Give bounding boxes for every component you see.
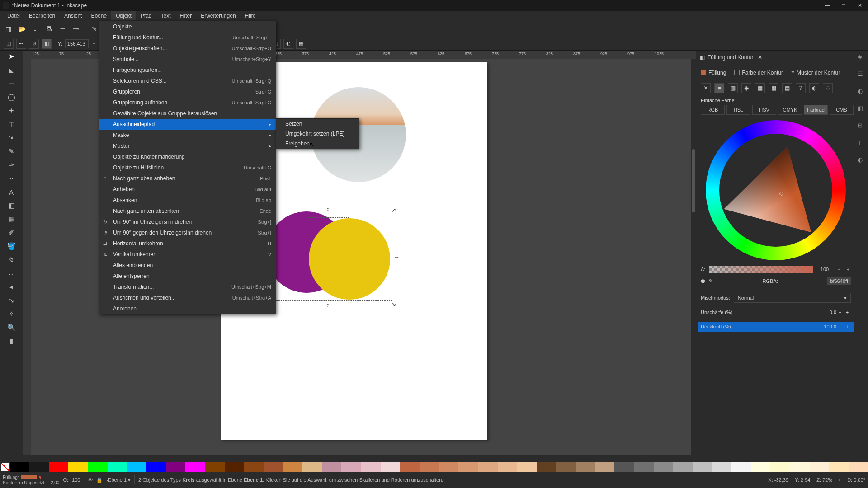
palette-swatch[interactable] xyxy=(381,462,400,472)
paint-status1-button[interactable]: ◐ xyxy=(809,83,819,93)
star-tool-icon[interactable]: ✦ xyxy=(6,106,16,116)
minimize-button[interactable]: ― xyxy=(822,2,833,9)
print-icon[interactable]: 🖶 xyxy=(44,24,53,33)
palette-swatch[interactable] xyxy=(731,462,751,472)
menu-item[interactable]: Ausschneidepfad▸ xyxy=(99,119,276,130)
menu-item[interactable]: Selektoren und CSS...Umschalt+Strg+Q xyxy=(99,75,276,86)
palette-swatch[interactable] xyxy=(770,462,790,472)
palette-swatch[interactable] xyxy=(205,462,224,472)
palette-swatch[interactable] xyxy=(146,462,166,472)
eraser-tool-icon[interactable]: ◂ xyxy=(6,282,16,292)
menu-filter[interactable]: Filter xyxy=(175,11,197,20)
save-icon[interactable]: ⭳ xyxy=(31,24,40,33)
palette-swatch[interactable] xyxy=(225,462,244,472)
import-icon[interactable]: ⭰ xyxy=(58,24,67,33)
menu-item[interactable]: Nach ganz unten absenkenEnde xyxy=(99,206,276,216)
palette-swatch[interactable] xyxy=(654,462,673,472)
palette-swatch[interactable] xyxy=(10,462,29,472)
blur-inc[interactable]: + xyxy=(844,310,851,315)
menu-pfad[interactable]: Pfad xyxy=(136,11,156,20)
vis-icon[interactable]: 👁 xyxy=(88,477,93,483)
palette-swatch[interactable] xyxy=(420,462,439,472)
blur-value[interactable]: 0,0 xyxy=(818,310,836,315)
menu-item[interactable]: Gewählte Objekte aus Gruppe herauslösen xyxy=(99,108,276,119)
side-panel5-icon[interactable]: ⊞ xyxy=(858,122,866,130)
menu-text[interactable]: Text xyxy=(156,11,175,20)
palette-swatch[interactable] xyxy=(693,462,712,472)
palette-swatch[interactable] xyxy=(108,462,127,472)
ellipse-tool-icon[interactable]: ◯ xyxy=(6,92,16,102)
move-gradients-button[interactable]: ◐ xyxy=(283,39,293,49)
rgba-value[interactable]: bf6640ff xyxy=(827,277,851,285)
palette-swatch[interactable] xyxy=(829,462,849,472)
export-icon[interactable]: ⭲ xyxy=(71,24,80,33)
rect-tool-icon[interactable]: ▭ xyxy=(6,79,16,89)
palette-swatch[interactable] xyxy=(49,462,68,472)
color-picker-dot[interactable] xyxy=(779,192,784,196)
color-wheel[interactable] xyxy=(706,120,846,260)
menu-item[interactable]: AbsenkenBild ab xyxy=(99,195,276,206)
tweak-tool-icon[interactable]: ↯ xyxy=(6,255,16,265)
menu-item[interactable]: Symbole...Umschalt+Strg+Y xyxy=(99,54,276,65)
paint-radial-button[interactable]: ◉ xyxy=(741,83,751,93)
lpe-tool-icon[interactable]: ✧ xyxy=(6,309,16,319)
measure-tool-icon[interactable]: ▮ xyxy=(6,336,16,346)
alpha-value[interactable]: 100 xyxy=(816,267,833,272)
menu-item[interactable]: Ausrichten und verteilen...Umschalt+Strg… xyxy=(99,292,276,303)
cube-tool-icon[interactable]: ◫ xyxy=(6,119,16,129)
side-panel4-icon[interactable]: ◧ xyxy=(858,105,866,113)
palette-swatch[interactable] xyxy=(68,462,88,472)
menu-item[interactable]: Objekte zu HilfslinienUmschalt+G xyxy=(99,162,276,173)
palette-swatch[interactable] xyxy=(810,462,829,472)
palette-swatch[interactable] xyxy=(478,462,497,472)
scrollbar-vertical[interactable] xyxy=(691,59,696,455)
palette-swatch[interactable] xyxy=(614,462,634,472)
palette-swatch[interactable] xyxy=(400,462,420,472)
alpha-dec[interactable]: − xyxy=(836,265,842,274)
mesh-tool-icon[interactable]: ▦ xyxy=(6,214,16,224)
select-layers-button[interactable]: ☲ xyxy=(16,39,26,49)
submenu-item[interactable]: Umgekehrt setzen (LPE) xyxy=(276,129,359,139)
paint-unknown-button[interactable]: ? xyxy=(796,83,806,93)
submenu-item[interactable]: Setzen xyxy=(276,119,359,129)
paint-swatch-button[interactable]: ▤ xyxy=(782,83,792,93)
paint-status2-button[interactable]: ♡ xyxy=(823,83,833,93)
handle-ne[interactable]: ↗ xyxy=(392,207,395,211)
palette-swatch[interactable] xyxy=(283,462,302,472)
open-icon[interactable]: 📂 xyxy=(17,24,26,33)
palette-swatch[interactable] xyxy=(673,462,693,472)
menu-item[interactable]: Maske▸ xyxy=(99,130,276,141)
opacity-dec[interactable]: − xyxy=(836,324,844,329)
side-panel1-icon[interactable]: ◈ xyxy=(858,53,866,61)
edit-nodes-icon[interactable]: ✎ xyxy=(90,24,99,33)
paint-none-button[interactable]: ✕ xyxy=(701,83,711,93)
palette-swatch[interactable] xyxy=(341,462,361,472)
menu-item[interactable]: GruppierenStrg+G xyxy=(99,86,276,97)
tab-stroke-style[interactable]: ≡Muster der Kontur xyxy=(791,70,840,76)
palette-swatch[interactable] xyxy=(595,462,614,472)
selector-tool-icon[interactable]: ➤ xyxy=(6,52,16,61)
alpha-slider[interactable] xyxy=(709,266,813,273)
menu-item[interactable]: ⇅Vertikal umkehrenV xyxy=(99,249,276,260)
menu-item[interactable]: Anordnen... xyxy=(99,303,276,314)
menu-bearbeiten[interactable]: Bearbeiten xyxy=(24,11,60,20)
spiral-tool-icon[interactable]: ༄ xyxy=(6,133,16,143)
paint-flat-button[interactable]: ■ xyxy=(714,83,724,93)
close-button[interactable]: ✕ xyxy=(854,2,865,9)
menu-item[interactable]: ↻Um 90° im Uhrzeigersinn drehenStrg+] xyxy=(99,216,276,227)
menu-hilfe[interactable]: Hilfe xyxy=(241,11,260,20)
deselect-button[interactable]: ⊘ xyxy=(29,39,39,49)
menu-item[interactable]: ⇄Horizontal umkehrenH xyxy=(99,238,276,249)
color-mode-hsl[interactable]: HSL xyxy=(726,105,750,115)
pencil-tool-icon[interactable]: ✎ xyxy=(6,146,16,156)
menu-item[interactable]: Objekte... xyxy=(99,21,276,32)
status-stroke-value[interactable]: m Ungesetzt xyxy=(19,480,44,485)
palette-swatch[interactable] xyxy=(537,462,556,472)
color-mode-cms[interactable]: CMS xyxy=(830,105,854,115)
menu-item[interactable]: Alle entsperren xyxy=(99,271,276,282)
layer-select[interactable]: -Ebene 1 ▾ xyxy=(106,477,131,483)
node-tool-icon[interactable]: ◣ xyxy=(6,65,16,75)
menu-item[interactable]: Alles einblenden xyxy=(99,260,276,271)
blend-select[interactable]: Normal▾ xyxy=(734,293,851,303)
palette-swatch[interactable] xyxy=(458,462,478,472)
